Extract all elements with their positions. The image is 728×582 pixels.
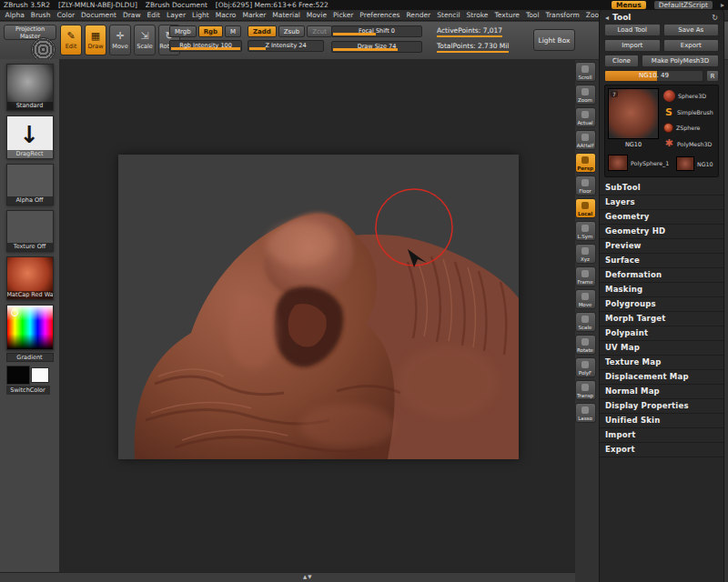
right-shelf-button[interactable]: PolyF [575,357,596,377]
menu-item[interactable]: Layer [164,11,189,19]
right-shelf-button[interactable]: Persp [575,153,596,173]
right-shelf-button[interactable]: Xyz [575,244,596,264]
import-button[interactable]: Import [604,39,661,52]
draw-size-slider[interactable]: Draw Size 74 [331,41,422,53]
paint-mode-button[interactable]: Rgb [198,25,223,37]
right-shelf-button[interactable]: L.Sym [575,221,596,241]
bottom-scrollbar[interactable]: ▲▼ [0,572,575,582]
menu-item[interactable]: Texture [491,11,522,19]
tool-section-header[interactable]: Deformation [600,268,723,283]
tool-section-header[interactable]: Geometry HD [600,225,723,239]
menu-item[interactable]: Tool [522,11,542,19]
menu-item[interactable]: Render [403,11,434,19]
clone-button[interactable]: Clone [604,55,639,67]
document-canvas[interactable] [118,155,519,459]
menu-item[interactable]: Macro [212,11,239,19]
tool-section-header[interactable]: Display Properties [600,399,723,414]
tool-slot-sphere3d[interactable]: Sphere3D [663,90,706,102]
right-shelf-button[interactable]: Move [575,289,596,309]
viewport[interactable] [59,59,575,573]
alt-color-swatch[interactable] [31,367,49,383]
right-shelf-button[interactable]: Rotate [575,335,596,355]
menu-item[interactable]: Transform [542,11,582,19]
sculpt-mode-button[interactable]: Zcut [307,25,332,37]
tool-section-header[interactable]: Morph Target [600,312,723,326]
collapse-icon[interactable]: ▸ [721,1,724,9]
menu-item[interactable]: Stroke [463,11,491,19]
save-as-button[interactable]: Save As [663,24,720,36]
sculpt-mode-button[interactable]: Zadd [248,25,277,37]
transform-mode-button[interactable]: ⇲ Scale [134,25,156,55]
tool-section-header[interactable]: Geometry [600,210,723,225]
menu-item[interactable]: Stencil [434,11,463,19]
main-color-swatch[interactable] [6,366,30,385]
panel-back-icon[interactable]: ◂ [605,14,609,22]
panel-reset-icon[interactable]: ↻ [712,14,718,22]
current-tool-thumbnail[interactable]: 7 [608,88,659,139]
menu-item[interactable]: Picker [330,11,357,19]
material-selector[interactable]: MatCap Red Wa [6,256,54,300]
scroll-arrows-icon[interactable]: ▲▼ [303,574,312,579]
menus-button[interactable]: Menus [612,1,646,9]
rgb-intensity-slider[interactable]: Rgb Intensity 100 [169,40,242,52]
tool-slot-ng10[interactable]: NG10 [676,156,713,171]
menu-item[interactable]: Movie [303,11,329,19]
brush-selector[interactable]: Standard [6,64,54,111]
light-box-button[interactable]: Light Box [533,29,575,51]
right-shelf-button[interactable]: Floor [575,176,596,196]
tool-name-slider[interactable]: NG10. 49 [604,70,703,82]
alpha-selector[interactable]: Alpha Off [6,164,54,206]
gradient-toggle[interactable]: Gradient [6,353,54,362]
sculpt-mode-button[interactable]: Zsub [278,25,305,37]
tool-slot-polymesh3d[interactable]: ✱ PolyMesh3D [663,138,712,149]
right-shelf-button[interactable]: AAHalf [575,130,596,150]
paint-mode-button[interactable]: M [225,25,241,37]
paint-mode-button[interactable]: Mrgb [169,25,197,37]
menu-item[interactable]: Preferences [357,11,403,19]
transform-mode-button[interactable]: ✎ Edit [60,25,82,55]
r-button[interactable]: R [706,70,719,82]
transform-mode-button[interactable]: ✛ Move [109,25,131,55]
tool-section-header[interactable]: Preview [600,239,723,254]
menu-item[interactable]: Alpha [2,11,27,19]
menu-item[interactable]: Brush [27,11,54,19]
tool-section-header[interactable]: Displacement Map [600,370,723,385]
menu-item[interactable]: Draw [119,11,144,19]
tool-section-header[interactable]: Import [600,428,723,443]
right-shelf-button[interactable]: Local [575,198,596,218]
tool-section-header[interactable]: Export [600,443,723,457]
tool-section-header[interactable]: SubTool [600,181,723,196]
tool-section-header[interactable]: Unified Skin [600,414,723,428]
tool-section-header[interactable]: Polypaint [600,326,723,341]
right-shelf-button[interactable]: Scale [575,312,596,332]
right-shelf-button[interactable]: Zoom [575,85,596,105]
menu-item[interactable]: Color [54,11,78,19]
right-shelf-button[interactable]: Scroll [575,62,596,82]
right-shelf-button[interactable]: Transp [575,380,596,400]
focal-shift-slider[interactable]: Focal Shift 0 [331,25,422,37]
default-zscript-button[interactable]: DefaultZScript [654,1,713,9]
make-polymesh3d-button[interactable]: Make PolyMesh3D [642,55,719,67]
tool-section-header[interactable]: Layers [600,196,723,210]
tool-section-header[interactable]: Masking [600,283,723,297]
tool-slot-polysphere[interactable]: PolySphere_1 [608,155,669,171]
tool-section-header[interactable]: Polygroups [600,297,723,312]
color-picker[interactable] [6,305,54,350]
switch-color-button[interactable]: SwitchColor [6,386,50,395]
tool-slot-zsphere[interactable]: ZSphere [663,123,701,133]
menu-item[interactable]: Edit [144,11,164,19]
right-shelf-button[interactable]: Frame [575,266,596,286]
tool-section-header[interactable]: Texture Map [600,356,723,370]
tool-section-header[interactable]: Surface [600,254,723,268]
right-shelf-button[interactable]: Lasso [575,403,596,423]
texture-selector[interactable]: Texture Off [6,210,54,252]
menu-item[interactable]: Material [269,11,303,19]
tool-slot-simplebrush[interactable]: S SimpleBrush [663,106,713,118]
z-intensity-slider[interactable]: Z Intensity 24 [248,40,324,52]
quick-pick-spiral-icon[interactable] [31,37,56,62]
menu-item[interactable]: Marker [239,11,269,19]
tool-section-header[interactable]: Normal Map [600,385,723,399]
export-button[interactable]: Export [663,39,720,52]
right-shelf-button[interactable]: Actual [575,107,596,127]
stroke-selector[interactable]: ↓ DragRect [6,115,54,159]
